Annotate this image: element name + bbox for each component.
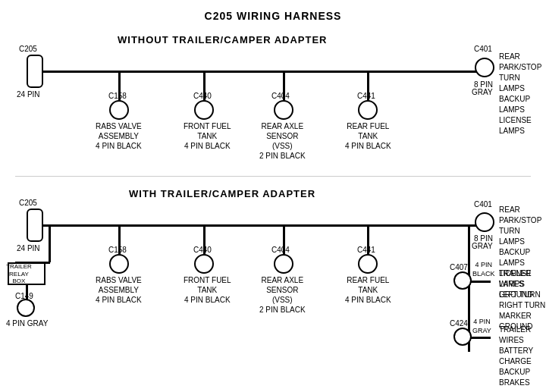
page-title: C205 WIRING HARNESS xyxy=(0,4,546,22)
s2-c158-connector xyxy=(109,254,129,274)
s1-right-desc: REAR PARK/STOPTURN LAMPSBACKUP LAMPSLICE… xyxy=(499,52,546,136)
s1-c440-id: C440 xyxy=(193,91,212,101)
s1-c441-desc: REAR FUELTANK4 PIN BLACK xyxy=(345,121,391,151)
s2-c158-desc: RABS VALVEASSEMBLY4 PIN BLACK xyxy=(96,275,142,305)
s1-c440-desc: FRONT FUELTANK4 PIN BLACK xyxy=(184,121,231,151)
s2-c441-desc: REAR FUELTANK4 PIN BLACK xyxy=(345,275,391,305)
s1-c205-label: C205 xyxy=(19,44,37,54)
s1-c158-desc: RABS VALVEASSEMBLY4 PIN BLACK xyxy=(96,121,142,151)
s2-c158-id: C158 xyxy=(108,245,127,255)
s2-c149-pins: 4 PIN GRAY xyxy=(6,318,48,328)
s2-c424-desc: TRAILER WIRESBATTERY CHARGEBACKUPBRAKES xyxy=(499,325,546,388)
s1-c404-connector xyxy=(274,100,293,120)
s2-c424-pins: 4 PINGRAY xyxy=(472,318,491,335)
diagram: C205 WIRING HARNESS WITHOUT TRAILER/CAMP… xyxy=(0,0,546,379)
s2-c404-id: C404 xyxy=(271,245,290,255)
s2-relay-box-label: TRAILERRELAYBOX xyxy=(6,263,32,285)
s2-c205-label: C205 xyxy=(19,198,37,208)
s1-left-connector xyxy=(27,55,43,88)
s1-c404-desc: REAR AXLESENSOR(VSS)2 PIN BLACK xyxy=(259,121,306,161)
s2-c440-desc: FRONT FUELTANK4 PIN BLACK xyxy=(184,275,231,305)
s2-c407-desc: TRAILER WIRESLEFT TURNRIGHT TURNMARKERGR… xyxy=(499,268,546,332)
s2-c441-id: C441 xyxy=(357,245,375,255)
s2-c424-id: C424 xyxy=(450,318,468,328)
s1-gray-label: GRAY xyxy=(472,87,493,97)
section1-label: WITHOUT TRAILER/CAMPER ADAPTER xyxy=(118,34,328,45)
s2-c149-connector xyxy=(17,299,35,317)
s2-c407-id: C407 xyxy=(450,262,468,272)
s1-c441-connector xyxy=(358,100,378,120)
s2-c404-desc: REAR AXLESENSOR(VSS)2 PIN BLACK xyxy=(259,275,306,315)
s2-c441-connector xyxy=(358,254,378,274)
s2-c407-pins: 4 PINBLACK xyxy=(472,261,495,278)
s2-gray-label: GRAY xyxy=(472,241,493,251)
s2-left-connector xyxy=(27,209,43,242)
s2-c440-connector xyxy=(194,254,214,274)
s1-main-wire xyxy=(43,71,491,73)
s2-c424-connector xyxy=(453,328,472,346)
s2-c401-label: C401 xyxy=(474,199,492,209)
s1-c158-connector xyxy=(109,100,129,120)
s2-c440-id: C440 xyxy=(193,245,212,255)
s2-c404-connector xyxy=(274,254,293,274)
s1-24pin-label: 24 PIN xyxy=(17,89,40,99)
s1-c404-id: C404 xyxy=(271,91,290,101)
s2-c149-id: C149 xyxy=(15,291,33,301)
s1-right-connector xyxy=(475,58,494,77)
s2-c407-connector xyxy=(453,271,472,290)
s2-right-connector xyxy=(475,212,494,232)
section2-label: WITH TRAILER/CAMPER ADAPTER xyxy=(129,188,315,199)
s1-c158-id: C158 xyxy=(108,91,127,101)
s1-c441-id: C441 xyxy=(357,91,375,101)
s2-main-wire xyxy=(43,224,491,227)
s2-24pin-label: 24 PIN xyxy=(17,243,40,253)
s1-c401-label: C401 xyxy=(474,44,492,54)
s2-relay-wire-v xyxy=(49,224,51,262)
divider xyxy=(15,176,531,177)
s1-c440-connector xyxy=(194,100,214,120)
